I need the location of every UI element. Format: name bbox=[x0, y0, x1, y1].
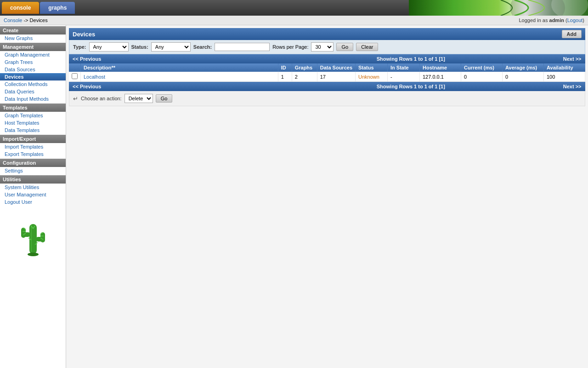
cactus-image bbox=[0, 215, 66, 261]
row-in-state: - bbox=[388, 72, 420, 82]
sidebar-item-graph-management[interactable]: Graph Management bbox=[0, 51, 66, 58]
col-description[interactable]: Description** bbox=[81, 63, 278, 72]
sidebar-utilities-header: Utilities bbox=[0, 175, 66, 184]
sidebar-item-logout-user[interactable]: Logout User bbox=[0, 198, 66, 206]
action-bar: ↵ Choose an action: Delete Go bbox=[69, 91, 585, 106]
row-availability: 100 bbox=[544, 72, 585, 82]
choose-action-label: Choose an action: bbox=[81, 96, 122, 101]
main-content: Devices Add Type: Any Linux/UNIX Windows… bbox=[66, 25, 588, 368]
sidebar-item-host-templates[interactable]: Host Templates bbox=[0, 119, 66, 126]
svg-point-19 bbox=[28, 253, 39, 256]
sidebar-item-user-management[interactable]: User Management bbox=[0, 191, 66, 198]
sidebar-item-import-templates[interactable]: Import Templates bbox=[0, 143, 66, 150]
sidebar-item-graph-templates[interactable]: Graph Templates bbox=[0, 112, 66, 119]
table-showing-bottom: Showing Rows 1 to 1 of 1 [1] bbox=[278, 82, 543, 92]
col-in-state[interactable]: In State bbox=[388, 63, 420, 72]
sidebar: Create New Graphs Management Graph Manag… bbox=[0, 25, 66, 368]
devices-title: Devices bbox=[73, 31, 95, 38]
col-hostname[interactable]: Hostname bbox=[420, 63, 461, 72]
type-label: Type: bbox=[73, 44, 86, 50]
sidebar-item-system-utilities[interactable]: System Utilities bbox=[0, 184, 66, 191]
sidebar-create-header: Create bbox=[0, 26, 66, 34]
sidebar-templates-header: Templates bbox=[0, 104, 66, 112]
sidebar-item-export-templates[interactable]: Export Templates bbox=[0, 150, 66, 158]
search-label: Search: bbox=[193, 44, 212, 50]
type-select[interactable]: Any Linux/UNIX Windows Cisco Other bbox=[89, 42, 129, 52]
status-select[interactable]: Any Up Down Unknown Recovering Disabled bbox=[151, 42, 191, 52]
col-average-ms[interactable]: Average (ms) bbox=[503, 63, 544, 72]
table-row: Localhost 1 2 17 Unknown - 127.0.0.1 0 0… bbox=[69, 72, 585, 82]
col-availability[interactable]: Availability bbox=[544, 63, 585, 72]
col-graphs[interactable]: Graphs bbox=[292, 63, 317, 72]
rows-per-page-select[interactable]: 10 20 30 50 100 bbox=[311, 42, 334, 52]
select-all-header bbox=[69, 63, 81, 72]
svg-point-2 bbox=[551, 0, 588, 16]
sidebar-item-graph-trees[interactable]: Graph Trees bbox=[0, 58, 66, 66]
top-logo bbox=[409, 0, 588, 16]
devices-panel-header: Devices Add bbox=[69, 28, 585, 40]
action-select[interactable]: Delete bbox=[124, 94, 153, 103]
col-status[interactable]: Status bbox=[356, 63, 388, 72]
logout-link[interactable]: Logout bbox=[567, 17, 583, 23]
breadcrumb-bar: Console -> Devices Logged in as admin (L… bbox=[0, 16, 588, 25]
breadcrumb: Console -> Devices bbox=[4, 17, 48, 23]
next-link-bottom[interactable]: Next >> bbox=[563, 84, 582, 89]
row-graphs: 2 bbox=[292, 72, 317, 82]
add-device-button[interactable]: Add bbox=[562, 30, 582, 38]
sidebar-management-header: Management bbox=[0, 43, 66, 51]
breadcrumb-separator: -> bbox=[23, 17, 29, 23]
table-nav-top: << Previous Showing Rows 1 to 1 of 1 [1]… bbox=[69, 54, 585, 63]
status-label: Status: bbox=[131, 44, 148, 50]
row-hostname: 127.0.0.1 bbox=[420, 72, 461, 82]
next-link-top[interactable]: Next >> bbox=[563, 56, 582, 62]
table-nav-bottom: << Previous Showing Rows 1 to 1 of 1 [1]… bbox=[69, 82, 585, 92]
console-tab[interactable]: console bbox=[2, 2, 39, 14]
row-current-ms: 0 bbox=[461, 72, 503, 82]
layout: Create New Graphs Management Graph Manag… bbox=[0, 25, 588, 368]
row-data-sources: 17 bbox=[317, 72, 355, 82]
prev-link-bottom[interactable]: << Previous bbox=[73, 84, 101, 89]
sidebar-import-export-header: Import/Export bbox=[0, 135, 66, 143]
col-data-sources[interactable]: Data Sources bbox=[317, 63, 355, 72]
auth-info: Logged in as admin (Logout) bbox=[519, 17, 584, 23]
device-link[interactable]: Localhost bbox=[84, 74, 105, 80]
graphs-tab[interactable]: graphs bbox=[40, 2, 75, 14]
sidebar-item-data-queries[interactable]: Data Queries bbox=[0, 88, 66, 95]
row-average-ms: 0 bbox=[503, 72, 544, 82]
clear-filter-button[interactable]: Clear bbox=[356, 43, 378, 51]
action-go-button[interactable]: Go bbox=[156, 94, 173, 103]
breadcrumb-current: Devices bbox=[30, 17, 48, 23]
sidebar-item-devices[interactable]: Devices bbox=[0, 73, 66, 80]
sidebar-configuration-header: Configuration bbox=[0, 159, 66, 167]
sidebar-item-collection-methods[interactable]: Collection Methods bbox=[0, 80, 66, 88]
prev-link-top[interactable]: << Previous bbox=[73, 56, 101, 62]
sidebar-item-settings[interactable]: Settings bbox=[0, 167, 66, 174]
row-checkbox[interactable] bbox=[72, 73, 78, 79]
table-header-row: Description** ID Graphs Data Sources Sta… bbox=[69, 63, 585, 72]
top-nav: console graphs bbox=[0, 0, 588, 16]
username-display: admin bbox=[549, 17, 564, 23]
search-input[interactable] bbox=[215, 43, 270, 51]
table-showing-top: Showing Rows 1 to 1 of 1 [1] bbox=[278, 54, 543, 63]
row-status: Unknown bbox=[356, 72, 388, 82]
rows-per-page-label: Rows per Page: bbox=[272, 44, 308, 50]
col-current-ms[interactable]: Current (ms) bbox=[461, 63, 503, 72]
console-link[interactable]: Console bbox=[4, 17, 22, 23]
col-id[interactable]: ID bbox=[278, 63, 292, 72]
devices-table: << Previous Showing Rows 1 to 1 of 1 [1]… bbox=[69, 54, 585, 91]
sidebar-item-data-sources[interactable]: Data Sources bbox=[0, 66, 66, 73]
sidebar-item-data-templates[interactable]: Data Templates bbox=[0, 126, 66, 134]
go-filter-button[interactable]: Go bbox=[336, 43, 353, 51]
row-id: 1 bbox=[278, 72, 292, 82]
sidebar-item-new-graphs[interactable]: New Graphs bbox=[0, 34, 66, 42]
return-icon: ↵ bbox=[73, 95, 78, 102]
sidebar-item-data-input-methods[interactable]: Data Input Methods bbox=[0, 95, 66, 103]
filter-bar: Type: Any Linux/UNIX Windows Cisco Other… bbox=[69, 40, 585, 54]
row-checkbox-cell bbox=[69, 72, 81, 82]
row-description: Localhost bbox=[81, 72, 278, 82]
